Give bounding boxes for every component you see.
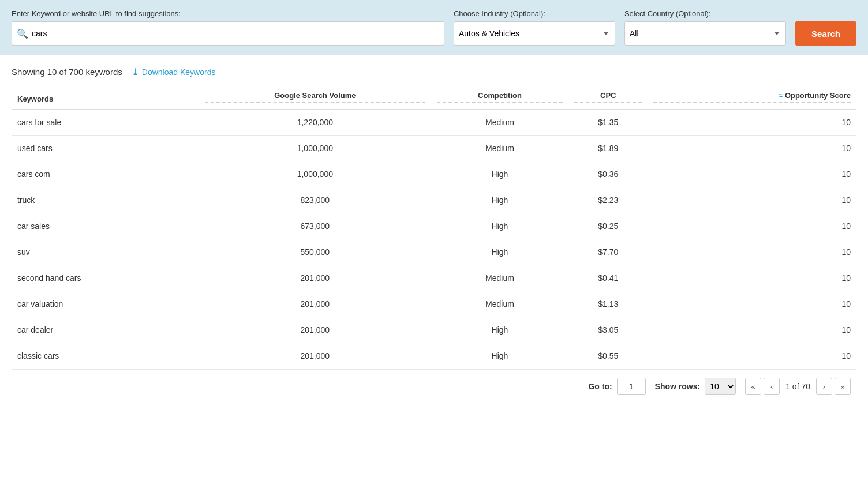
cell-opportunity-2: 10 bbox=[648, 161, 856, 187]
table-row: second hand cars 201,000 Medium $0.41 10 bbox=[12, 265, 856, 291]
search-bar: Enter Keyword or website URL to find sug… bbox=[0, 0, 868, 55]
goto-input[interactable] bbox=[617, 378, 646, 395]
cell-opportunity-0: 10 bbox=[648, 110, 856, 136]
cell-volume-1: 1,000,000 bbox=[199, 136, 431, 161]
cell-competition-6: Medium bbox=[431, 265, 569, 291]
last-page-button[interactable]: » bbox=[835, 378, 851, 395]
cell-competition-2: High bbox=[431, 161, 569, 187]
cell-cpc-1: $1.89 bbox=[568, 136, 648, 161]
cell-keyword-0: cars for sale bbox=[12, 110, 199, 136]
col-header-competition: Competition bbox=[431, 87, 569, 110]
summary-text: Showing 10 of 700 keywords bbox=[12, 67, 122, 77]
cell-volume-4: 673,000 bbox=[199, 213, 431, 239]
cell-opportunity-5: 10 bbox=[648, 239, 856, 265]
col-header-keywords: Keywords bbox=[12, 87, 199, 110]
cell-keyword-7: car valuation bbox=[12, 291, 199, 317]
cell-competition-4: High bbox=[431, 213, 569, 239]
table-row: truck 823,000 High $2.23 10 bbox=[12, 187, 856, 213]
cell-volume-6: 201,000 bbox=[199, 265, 431, 291]
goto-group: Go to: bbox=[588, 378, 645, 395]
opportunity-icon: ≈ bbox=[779, 91, 783, 100]
table-header: Keywords Google Search Volume Competitio… bbox=[12, 87, 856, 110]
cell-volume-5: 550,000 bbox=[199, 239, 431, 265]
cell-opportunity-9: 10 bbox=[648, 343, 856, 369]
cell-cpc-0: $1.35 bbox=[568, 110, 648, 136]
cell-competition-1: Medium bbox=[431, 136, 569, 161]
table-row: used cars 1,000,000 Medium $1.89 10 bbox=[12, 136, 856, 161]
cell-keyword-3: truck bbox=[12, 187, 199, 213]
keyword-label: Enter Keyword or website URL to find sug… bbox=[12, 9, 444, 18]
country-select[interactable]: All United States United Kingdom Canada … bbox=[624, 21, 786, 46]
page-info: 1 of 70 bbox=[782, 382, 814, 391]
download-keywords-link[interactable]: ⤓ Download Keywords bbox=[132, 66, 216, 77]
first-page-button[interactable]: « bbox=[745, 378, 761, 395]
table-footer: Go to: Show rows: 5 10 25 50 100 « ‹ 1 o… bbox=[12, 369, 856, 403]
showrows-select[interactable]: 5 10 25 50 100 bbox=[705, 378, 736, 395]
col-header-opportunity: ≈Opportunity Score bbox=[648, 87, 856, 110]
table-row: car dealer 201,000 High $3.05 10 bbox=[12, 317, 856, 343]
keyword-group: Enter Keyword or website URL to find sug… bbox=[12, 9, 444, 46]
keyword-input[interactable] bbox=[28, 29, 439, 38]
industry-group: Choose Industry (Optional): Autos & Vehi… bbox=[454, 9, 615, 46]
cell-cpc-8: $3.05 bbox=[568, 317, 648, 343]
cell-volume-2: 1,000,000 bbox=[199, 161, 431, 187]
goto-label: Go to: bbox=[588, 382, 612, 391]
industry-label: Choose Industry (Optional): bbox=[454, 9, 615, 18]
cell-volume-7: 201,000 bbox=[199, 291, 431, 317]
cell-opportunity-7: 10 bbox=[648, 291, 856, 317]
col-header-volume: Google Search Volume bbox=[199, 87, 431, 110]
table-row: car sales 673,000 High $0.25 10 bbox=[12, 213, 856, 239]
cell-cpc-7: $1.13 bbox=[568, 291, 648, 317]
industry-select[interactable]: Autos & Vehicles Arts & Entertainment Bu… bbox=[454, 21, 615, 46]
pagination-group: « ‹ 1 of 70 › » bbox=[745, 378, 851, 395]
download-label: Download Keywords bbox=[142, 67, 216, 77]
cell-keyword-4: car sales bbox=[12, 213, 199, 239]
cell-volume-8: 201,000 bbox=[199, 317, 431, 343]
cell-volume-3: 823,000 bbox=[199, 187, 431, 213]
cell-competition-9: High bbox=[431, 343, 569, 369]
cell-cpc-3: $2.23 bbox=[568, 187, 648, 213]
cell-opportunity-4: 10 bbox=[648, 213, 856, 239]
cell-volume-9: 201,000 bbox=[199, 343, 431, 369]
download-icon: ⤓ bbox=[132, 66, 139, 77]
cell-competition-5: High bbox=[431, 239, 569, 265]
table-row: classic cars 201,000 High $0.55 10 bbox=[12, 343, 856, 369]
cell-competition-3: High bbox=[431, 187, 569, 213]
cell-keyword-1: used cars bbox=[12, 136, 199, 161]
table-row: car valuation 201,000 Medium $1.13 10 bbox=[12, 291, 856, 317]
cell-opportunity-8: 10 bbox=[648, 317, 856, 343]
main-content: Showing 10 of 700 keywords ⤓ Download Ke… bbox=[0, 55, 868, 403]
cell-cpc-5: $7.70 bbox=[568, 239, 648, 265]
cell-volume-0: 1,220,000 bbox=[199, 110, 431, 136]
search-icon: 🔍 bbox=[17, 28, 28, 39]
cell-keyword-5: suv bbox=[12, 239, 199, 265]
cell-cpc-4: $0.25 bbox=[568, 213, 648, 239]
country-group: Select Country (Optional): All United St… bbox=[624, 9, 786, 46]
col-header-cpc: CPC bbox=[568, 87, 648, 110]
table-body: cars for sale 1,220,000 Medium $1.35 10 … bbox=[12, 110, 856, 369]
cell-cpc-2: $0.36 bbox=[568, 161, 648, 187]
summary-row: Showing 10 of 700 keywords ⤓ Download Ke… bbox=[12, 66, 856, 77]
cell-opportunity-1: 10 bbox=[648, 136, 856, 161]
table-row: cars for sale 1,220,000 Medium $1.35 10 bbox=[12, 110, 856, 136]
cell-keyword-8: car dealer bbox=[12, 317, 199, 343]
cell-opportunity-3: 10 bbox=[648, 187, 856, 213]
prev-page-button[interactable]: ‹ bbox=[764, 378, 780, 395]
cell-keyword-6: second hand cars bbox=[12, 265, 199, 291]
cell-cpc-9: $0.55 bbox=[568, 343, 648, 369]
cell-opportunity-6: 10 bbox=[648, 265, 856, 291]
showrows-group: Show rows: 5 10 25 50 100 bbox=[655, 378, 736, 395]
cell-competition-0: Medium bbox=[431, 110, 569, 136]
showrows-label: Show rows: bbox=[655, 382, 701, 391]
cell-competition-8: High bbox=[431, 317, 569, 343]
table-row: cars com 1,000,000 High $0.36 10 bbox=[12, 161, 856, 187]
cell-keyword-9: classic cars bbox=[12, 343, 199, 369]
cell-cpc-6: $0.41 bbox=[568, 265, 648, 291]
keyword-input-wrapper: 🔍 bbox=[12, 21, 444, 46]
table-row: suv 550,000 High $7.70 10 bbox=[12, 239, 856, 265]
next-page-button[interactable]: › bbox=[816, 378, 832, 395]
cell-competition-7: Medium bbox=[431, 291, 569, 317]
keywords-table: Keywords Google Search Volume Competitio… bbox=[12, 87, 856, 369]
search-button[interactable]: Search bbox=[795, 21, 856, 46]
cell-keyword-2: cars com bbox=[12, 161, 199, 187]
